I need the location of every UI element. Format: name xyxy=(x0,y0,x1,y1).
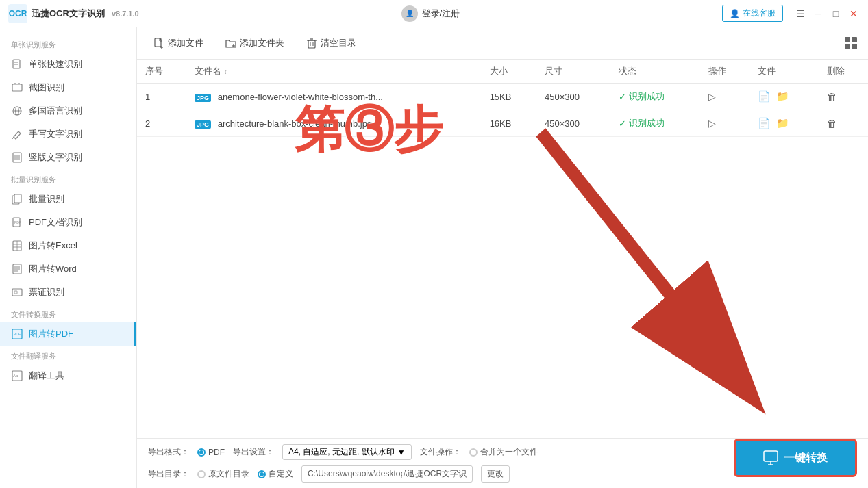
pdf-radio[interactable] xyxy=(197,448,206,457)
merge-option[interactable]: 合并为一个文件 xyxy=(469,446,538,458)
single-fast-icon xyxy=(11,58,23,70)
file-view-icon[interactable]: 📄 xyxy=(758,90,771,103)
cell-action: ▷ xyxy=(700,110,749,137)
custom-option[interactable]: 自定义 xyxy=(258,468,293,480)
play-btn[interactable]: ▷ xyxy=(708,118,716,129)
play-btn[interactable]: ▷ xyxy=(708,91,716,102)
export-format-pdf[interactable]: PDF xyxy=(197,448,225,457)
svg-rect-3 xyxy=(12,84,22,91)
titlebar-right: 👤 在线客服 ☰ ─ □ ✕ xyxy=(722,5,860,22)
svg-rect-37 xyxy=(308,40,315,48)
service-icon: 👤 xyxy=(730,9,740,18)
sidebar-item-handwrite[interactable]: 手写文字识别 xyxy=(0,123,136,146)
sidebar-item-img-excel[interactable]: 图片转Excel xyxy=(0,234,136,257)
cell-file: 📄 📁 xyxy=(749,84,819,110)
svg-line-43 xyxy=(541,132,749,394)
custom-radio[interactable] xyxy=(258,470,266,478)
svg-rect-44 xyxy=(764,451,778,461)
app-logo: OCR 迅捷OCR文字识别 v8.7.1.0 xyxy=(8,4,139,23)
sidebar-section-single: 单张识别服务 xyxy=(0,34,136,53)
sidebar-item-screenshot[interactable]: 截图识别 xyxy=(0,76,136,99)
grid-view-icon[interactable] xyxy=(845,37,857,49)
change-path-btn[interactable]: 更改 xyxy=(481,465,510,483)
cell-status: ✓ 识别成功 xyxy=(610,84,700,110)
dropdown-arrow-icon: ▼ xyxy=(397,448,406,457)
multilang-icon xyxy=(11,105,23,117)
svg-rect-27 xyxy=(14,291,17,294)
table-row: 1 JPG anemone-flower-violet-white-blosso… xyxy=(137,84,868,110)
titlebar: OCR 迅捷OCR文字识别 v8.7.1.0 👤 登录/注册 👤 在线客服 ☰ … xyxy=(0,0,868,27)
user-login-btn[interactable]: 👤 登录/注册 xyxy=(401,5,460,22)
status-badge: ✓ 识别成功 xyxy=(619,90,692,103)
add-file-btn[interactable]: 添加文件 xyxy=(148,34,209,52)
file-list: 序号 文件名 ↕ 大小 尺寸 状态 操作 文件 删除 1 JPG xyxy=(137,60,868,438)
pdf-icon: PDF xyxy=(11,216,23,229)
delete-btn[interactable]: 🗑 xyxy=(827,91,837,103)
sidebar-item-img-pdf[interactable]: PDF 图片转PDF xyxy=(0,322,136,346)
add-folder-btn[interactable]: 添加文件夹 xyxy=(220,34,290,52)
convert-icon xyxy=(763,450,778,465)
col-filename[interactable]: 文件名 ↕ xyxy=(186,60,482,84)
file-view-icon[interactable]: 📄 xyxy=(758,117,771,129)
merge-radio[interactable] xyxy=(469,448,478,457)
file-type-badge: JPG xyxy=(195,94,211,102)
cell-index: 1 xyxy=(137,84,186,110)
cell-file: 📄 📁 xyxy=(749,110,819,137)
clear-icon xyxy=(306,38,317,49)
sidebar-item-certificate[interactable]: 票证识别 xyxy=(0,281,136,304)
sidebar-item-batch[interactable]: 批量识别 xyxy=(0,188,136,211)
minimize-btn[interactable]: ─ xyxy=(812,8,824,20)
menu-btn[interactable]: ☰ xyxy=(794,8,806,20)
col-dimensions: 尺寸 xyxy=(536,60,610,84)
col-index: 序号 xyxy=(137,60,186,84)
status-badge: ✓ 识别成功 xyxy=(619,117,692,129)
check-icon: ✓ xyxy=(619,118,626,129)
svg-rect-15 xyxy=(14,194,21,203)
cell-dimensions: 450×300 xyxy=(536,110,610,137)
sidebar: 单张识别服务 单张快速识别 截图识别 多国语言识别 手写文字识别 xyxy=(0,27,137,488)
file-folder-icon[interactable]: 📁 xyxy=(776,90,789,103)
word-icon xyxy=(11,263,23,275)
clear-list-btn[interactable]: 清空目录 xyxy=(301,34,362,52)
sidebar-section-batch: 批量识别服务 xyxy=(0,169,136,188)
close-btn[interactable]: ✕ xyxy=(847,8,860,20)
sidebar-section-translate: 文件翻译服务 xyxy=(0,346,136,364)
app-title: 迅捷OCR文字识别 xyxy=(32,8,105,20)
col-action: 操作 xyxy=(700,60,749,84)
delete-btn[interactable]: 🗑 xyxy=(827,118,837,129)
svg-text:PDF: PDF xyxy=(14,220,21,224)
export-settings-select[interactable]: A4, 自适应, 无边距, 默认水印 ▼ xyxy=(282,444,412,460)
window-controls: ☰ ─ □ ✕ xyxy=(794,8,860,20)
col-delete: 删除 xyxy=(819,60,868,84)
cell-delete: 🗑 xyxy=(819,84,868,110)
sidebar-item-single-fast[interactable]: 单张快速识别 xyxy=(0,53,136,76)
bottom-settings: 导出格式： PDF 导出设置： A4, 自适应, 无边距, 默认水印 ▼ 文件操… xyxy=(137,438,868,488)
add-file-icon xyxy=(153,38,164,49)
file-action-btns: 📄 📁 xyxy=(758,90,810,103)
cell-status: ✓ 识别成功 xyxy=(610,110,700,137)
sidebar-item-multilang[interactable]: 多国语言识别 xyxy=(0,99,136,123)
content-area: 添加文件 添加文件夹 清空目录 xyxy=(137,27,868,488)
maximize-btn[interactable]: □ xyxy=(830,8,842,20)
file-operation-label: 文件操作： xyxy=(420,446,461,458)
translate-icon: Aa xyxy=(11,370,23,382)
app-version: v8.7.1.0 xyxy=(112,10,139,18)
source-option[interactable]: 原文件目录 xyxy=(197,468,249,480)
file-type-badge: JPG xyxy=(195,120,211,129)
file-action-btns: 📄 📁 xyxy=(758,117,810,129)
toolbar: 添加文件 添加文件夹 清空目录 xyxy=(137,27,868,60)
handwrite-icon xyxy=(11,128,23,140)
sidebar-item-img-word[interactable]: 图片转Word xyxy=(0,257,136,281)
convert-btn[interactable]: 一键转换 xyxy=(734,439,857,477)
cell-action: ▷ xyxy=(700,84,749,110)
sidebar-item-translate[interactable]: Aa 翻译工具 xyxy=(0,364,136,387)
file-folder-icon[interactable]: 📁 xyxy=(776,117,789,129)
source-radio[interactable] xyxy=(197,470,206,478)
online-service-btn[interactable]: 👤 在线客服 xyxy=(722,5,783,22)
output-path-display: C:\Users\wqeaoiw\desktop\迅捷OCR文字识 xyxy=(301,465,473,483)
view-toggle[interactable] xyxy=(845,37,857,49)
cell-filename: JPG architecture-blank-box-clean-thumb.j… xyxy=(186,110,482,137)
sidebar-section-convert: 文件转换服务 xyxy=(0,304,136,322)
sidebar-item-pdf[interactable]: PDF PDF文档识别 xyxy=(0,211,136,234)
sidebar-item-vertical[interactable]: 竖版文字识别 xyxy=(0,146,136,169)
